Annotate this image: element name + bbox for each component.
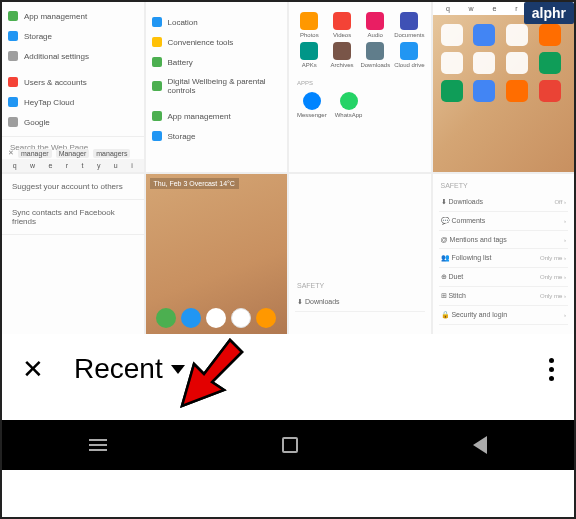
phone-icon [156, 308, 176, 328]
android-nav-bar [2, 420, 574, 470]
thumb-safety-small[interactable]: SAFETY ⬇ Downloads [289, 174, 431, 334]
back-nav-button[interactable] [473, 436, 487, 454]
arrow-annotation [172, 334, 252, 418]
gmail-icon [231, 308, 251, 328]
brand-badge: alphr [524, 2, 574, 24]
svg-marker-0 [182, 340, 242, 406]
thumb-wallpaper[interactable]: Thu, Feb 3 Overcast 14°C [146, 174, 288, 334]
thumb-settings-2[interactable]: Location Convenience tools Battery Digit… [146, 2, 288, 172]
browser-icon [206, 308, 226, 328]
weather-widget: Thu, Feb 3 Overcast 14°C [150, 178, 239, 189]
thumbnail-grid: App management Storage Additional settin… [2, 2, 574, 334]
suggestion-tags: ✕ manager Manager managers [8, 149, 130, 158]
thumb-files[interactable]: Photos Videos Audio Documents APKs Archi… [289, 2, 431, 172]
thumb-suggestions[interactable]: Suggest your account to others Sync cont… [2, 174, 144, 334]
close-button[interactable]: ✕ [22, 354, 44, 385]
file-picker-bar: ✕ Recent [2, 334, 574, 404]
home-nav-button[interactable] [282, 437, 298, 453]
recent-dropdown[interactable]: Recent [74, 353, 185, 385]
camera-icon [256, 308, 276, 328]
recents-nav-button[interactable] [89, 439, 107, 451]
keyboard-row: qwertyui [2, 159, 144, 172]
thumb-safety[interactable]: SAFETY ⬇ DownloadsOff › 💬 Comments› @ Me… [433, 174, 575, 334]
watermark: www.deuaq.com [503, 450, 568, 459]
messages-icon [181, 308, 201, 328]
overflow-menu-button[interactable] [549, 358, 554, 381]
thumb-settings-1[interactable]: App management Storage Additional settin… [2, 2, 144, 172]
thumb-home[interactable]: qwerty [433, 2, 575, 172]
